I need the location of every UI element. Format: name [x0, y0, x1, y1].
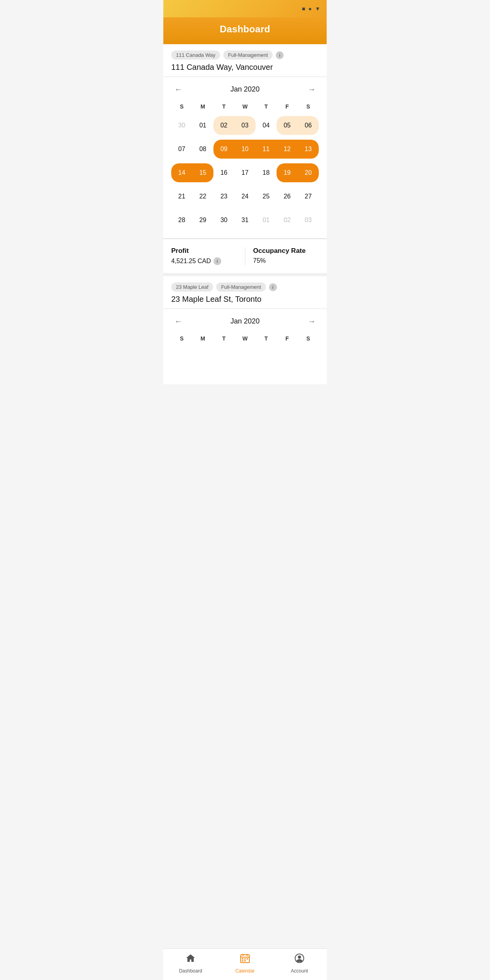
calendar1-week2: 07 08 09 10 11 12 13 [171, 138, 319, 160]
page-title: Dashboard [220, 24, 270, 34]
day-15[interactable]: 15 [192, 162, 213, 184]
calendar2-nav: ← Jan 2020 → [171, 315, 319, 327]
calendar2-prev-btn[interactable]: ← [171, 315, 185, 327]
day-09[interactable]: 09 [213, 138, 234, 160]
calendar1-weeks: 30 01 02 03 04 05 06 07 08 09 10 11 12 1… [171, 114, 319, 232]
day-07[interactable]: 07 [171, 138, 192, 160]
day-18[interactable]: 18 [256, 162, 277, 184]
day-20[interactable]: 20 [298, 162, 319, 184]
day-24[interactable]: 24 [234, 185, 255, 208]
calendar1-week3: 14 15 16 17 18 19 20 [171, 162, 319, 184]
day-25[interactable]: 25 [256, 185, 277, 208]
status-bar: ■ ● ▼ [163, 0, 327, 17]
day-03[interactable]: 03 [234, 114, 255, 137]
day-header-s2: S [298, 102, 319, 111]
property1-info-icon[interactable]: i [276, 51, 284, 59]
property2-card: 23 Maple Leaf Full-Management i 23 Maple… [163, 276, 327, 304]
calendar2-day-headers: S M T W T F S [171, 334, 319, 343]
calendar1-nav: ← Jan 2020 → [171, 83, 319, 95]
day-12[interactable]: 12 [277, 138, 297, 160]
day-01-next[interactable]: 01 [256, 209, 277, 231]
day-04[interactable]: 04 [256, 114, 277, 137]
occupancy-stat: Occupancy Rate 75% [245, 247, 319, 265]
signal-icon: ● [309, 6, 312, 12]
profit-info-icon[interactable]: i [213, 257, 221, 265]
day-02[interactable]: 02 [213, 114, 234, 137]
day-14[interactable]: 14 [171, 162, 192, 184]
day-05[interactable]: 05 [277, 114, 297, 137]
calendar1-next-btn[interactable]: → [305, 83, 319, 95]
day-header2-s1: S [171, 334, 192, 343]
day-header2-th1: T [256, 334, 277, 343]
property1-address: 111 Canada Way, Vancouver [171, 63, 319, 72]
calendar1-prev-btn[interactable]: ← [171, 83, 185, 95]
property1-short-name[interactable]: 111 Canada Way [171, 50, 220, 60]
day-header-th1: T [256, 102, 277, 111]
day-22[interactable]: 22 [192, 185, 213, 208]
day-30[interactable]: 30 [213, 209, 234, 231]
day-31[interactable]: 31 [234, 209, 255, 231]
day-29[interactable]: 29 [192, 209, 213, 231]
profit-stat: Profit 4,521.25 CAD i [171, 247, 245, 265]
calendar1-week5: 28 29 30 31 01 02 03 [171, 209, 319, 231]
day-header-m1: M [192, 102, 213, 111]
main-content: 111 Canada Way Full-Management i 111 Can… [163, 44, 327, 384]
calendar1-week4: 21 22 23 24 25 26 27 [171, 185, 319, 208]
day-16[interactable]: 16 [213, 162, 234, 184]
header: Dashboard [163, 17, 327, 44]
day-01[interactable]: 01 [192, 114, 213, 137]
profit-amount: 4,521.25 CAD [171, 258, 211, 265]
property2-short-name[interactable]: 23 Maple Leaf [171, 282, 213, 292]
day-28[interactable]: 28 [171, 209, 192, 231]
property2-info-icon[interactable]: i [269, 283, 277, 291]
section-divider [163, 273, 327, 276]
day-08[interactable]: 08 [192, 138, 213, 160]
day-header-s1: S [171, 102, 192, 111]
property2-tags: 23 Maple Leaf Full-Management i [171, 282, 319, 292]
day-13[interactable]: 13 [298, 138, 319, 160]
day-26[interactable]: 26 [277, 185, 297, 208]
day-header2-w1: W [234, 334, 255, 343]
property1-management-type[interactable]: Full-Management [223, 50, 273, 60]
calendar2-month-title: Jan 2020 [230, 317, 260, 325]
day-header-w1: W [234, 102, 255, 111]
day-header-t1: T [213, 102, 234, 111]
profit-value: 4,521.25 CAD i [171, 257, 237, 265]
profit-label: Profit [171, 247, 237, 255]
calendar1-week1: 30 01 02 03 04 05 06 [171, 114, 319, 137]
occupancy-label: Occupancy Rate [253, 247, 319, 255]
property1-calendar: ← Jan 2020 → S M T W T F S 30 01 0 [163, 77, 327, 238]
day-header2-s2: S [298, 334, 319, 343]
property1-tags: 111 Canada Way Full-Management i [171, 50, 319, 60]
calendar1-day-headers: S M T W T F S [171, 102, 319, 111]
property2-calendar: ← Jan 2020 → S M T W T F S [163, 309, 327, 353]
day-header2-f1: F [277, 334, 297, 343]
day-02-next[interactable]: 02 [277, 209, 297, 231]
property2-management-type[interactable]: Full-Management [216, 282, 266, 292]
calendar2-next-btn[interactable]: → [305, 315, 319, 327]
day-10[interactable]: 10 [234, 138, 255, 160]
day-header2-m1: M [192, 334, 213, 343]
property1-card: 111 Canada Way Full-Management i 111 Can… [163, 44, 327, 72]
day-30-out[interactable]: 30 [171, 114, 192, 137]
day-11[interactable]: 11 [256, 138, 277, 160]
day-27[interactable]: 27 [298, 185, 319, 208]
occupancy-value: 75% [253, 257, 319, 264]
day-23[interactable]: 23 [213, 185, 234, 208]
property1-stats: Profit 4,521.25 CAD i Occupancy Rate 75% [163, 239, 327, 273]
day-03-next[interactable]: 03 [298, 209, 319, 231]
wifi-icon: ▼ [315, 6, 320, 12]
property2-address: 23 Maple Leaf St, Toronto [171, 295, 319, 304]
calendar1-month-title: Jan 2020 [230, 85, 260, 94]
battery-icon: ■ [302, 6, 305, 12]
day-21[interactable]: 21 [171, 185, 192, 208]
day-header2-t1: T [213, 334, 234, 343]
day-19[interactable]: 19 [277, 162, 297, 184]
day-06[interactable]: 06 [298, 114, 319, 137]
day-header-f1: F [277, 102, 297, 111]
day-17[interactable]: 17 [234, 162, 255, 184]
